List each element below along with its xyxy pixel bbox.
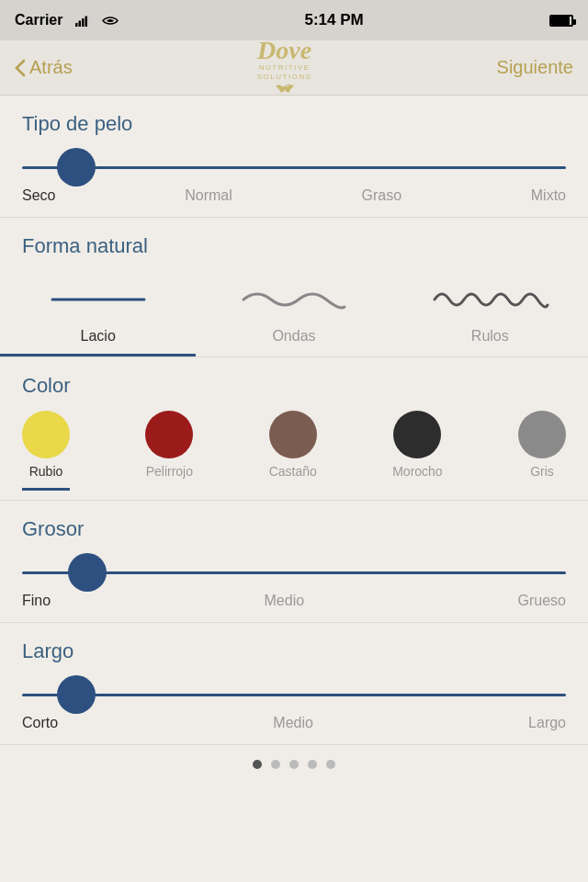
forma-option-lacio[interactable]: Lacio: [0, 269, 196, 356]
dove-sub: NUTRITIVESOLUTIONS: [257, 63, 312, 81]
svg-rect-3: [85, 16, 87, 27]
svg-point-5: [282, 86, 288, 90]
page-dot-4[interactable]: [308, 760, 317, 769]
label-mixto: Mixto: [531, 187, 566, 204]
grosor-labels: Fino Medio Grueso: [22, 593, 566, 609]
gris-label: Gris: [530, 464, 554, 479]
color-title: Color: [22, 374, 566, 398]
dove-bird-icon: [272, 82, 298, 97]
largo-labels: Corto Medio Largo: [22, 715, 566, 731]
color-option-morocho[interactable]: Morocho: [392, 411, 442, 488]
svg-rect-4: [88, 16, 90, 27]
page-dot-3[interactable]: [289, 760, 299, 769]
pelirrojo-label: Pelirrojo: [146, 464, 193, 479]
forma-natural-section: Forma natural Lacio Ondas: [0, 218, 588, 357]
color-option-gris[interactable]: Gris: [518, 411, 566, 488]
label-fino: Fino: [22, 593, 51, 609]
color-option-castano[interactable]: Castaño: [269, 411, 317, 488]
forma-natural-title: Forma natural: [0, 234, 588, 258]
status-bar: Carrier 5:14 PM: [0, 0, 588, 40]
rubio-active-bar: [22, 488, 70, 491]
color-option-rubio[interactable]: Rubio: [22, 411, 70, 500]
rubio-circle: [22, 411, 70, 458]
time-label: 5:14 PM: [304, 11, 363, 29]
svg-rect-1: [78, 20, 81, 27]
forma-option-rulos[interactable]: Rulos: [392, 269, 588, 356]
grosor-thumb[interactable]: [68, 553, 107, 592]
hair-type-title: Tipo de pelo: [22, 112, 566, 136]
label-largo: Largo: [528, 715, 566, 731]
dove-logo: Dove: [257, 38, 311, 63]
forma-option-ondas[interactable]: Ondas: [196, 269, 391, 356]
largo-section: Largo Corto Medio Largo: [0, 623, 588, 745]
page-dot-2[interactable]: [271, 760, 280, 769]
hair-type-thumb[interactable]: [57, 148, 96, 187]
hair-type-slider[interactable]: [22, 149, 566, 186]
color-option-pelirrojo[interactable]: Pelirrojo: [145, 411, 193, 488]
color-options-row: Rubio Pelirrojo Castaño Morocho Gris: [22, 411, 566, 500]
grosor-slider[interactable]: [22, 554, 566, 591]
largo-track: [22, 694, 566, 696]
hair-type-labels: Seco Normal Graso Mixto: [22, 187, 566, 204]
svg-rect-0: [75, 23, 78, 27]
page-dots: [0, 745, 588, 784]
label-medio-largo: Medio: [273, 715, 313, 731]
logo-area: Dove NUTRITIVESOLUTIONS: [257, 38, 312, 96]
lacio-label: Lacio: [81, 322, 116, 354]
lacio-wave-area: [43, 277, 153, 322]
rulos-wave-area: [430, 277, 549, 322]
largo-slider[interactable]: [22, 676, 566, 713]
next-label: Siguiente: [497, 57, 573, 77]
grosor-title: Grosor: [22, 517, 566, 541]
battery-container: [549, 15, 573, 27]
castano-label: Castaño: [269, 464, 317, 479]
nav-bar: Atrás Dove NUTRITIVESOLUTIONS Siguiente: [0, 40, 588, 96]
rulos-label: Rulos: [471, 322, 509, 354]
grosor-section: Grosor Fino Medio Grueso: [0, 501, 588, 623]
battery-icon: [549, 15, 573, 27]
color-section: Color Rubio Pelirrojo Castaño Morocho Gr…: [0, 357, 588, 501]
back-label: Atrás: [29, 57, 73, 78]
label-normal: Normal: [185, 187, 232, 204]
castano-circle: [269, 411, 317, 458]
ondas-label: Ondas: [272, 322, 315, 354]
label-corto: Corto: [22, 715, 58, 731]
gris-circle: [518, 411, 566, 458]
page-dot-1[interactable]: [253, 760, 262, 769]
label-grueso: Grueso: [518, 593, 566, 609]
forma-options-row: Lacio Ondas Rulos: [0, 269, 588, 356]
largo-title: Largo: [22, 639, 566, 663]
hair-type-track: [22, 166, 566, 169]
morocho-label: Morocho: [392, 464, 442, 479]
grosor-track: [22, 571, 566, 574]
rubio-label: Rubio: [29, 464, 63, 479]
ondas-wave-area: [239, 277, 349, 322]
page-dot-5[interactable]: [326, 760, 335, 769]
back-button[interactable]: Atrás: [15, 57, 73, 78]
hair-type-section: Tipo de pelo Seco Normal Graso Mixto: [0, 96, 588, 218]
label-graso: Graso: [361, 187, 401, 204]
label-seco: Seco: [22, 187, 55, 204]
svg-rect-2: [82, 18, 85, 27]
carrier-label: Carrier: [15, 12, 119, 28]
pelirrojo-circle: [145, 411, 193, 458]
label-medio-grosor: Medio: [265, 593, 305, 609]
morocho-circle: [393, 411, 441, 458]
largo-thumb[interactable]: [57, 675, 96, 714]
next-button[interactable]: Siguiente: [497, 57, 573, 78]
